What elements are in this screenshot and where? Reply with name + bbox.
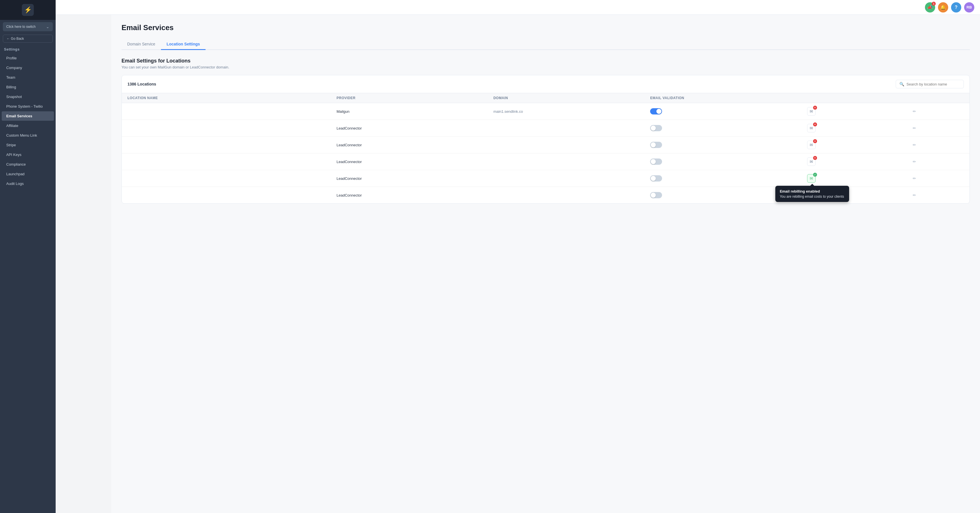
rebilling-cell: ✉✕	[807, 158, 912, 166]
edit-cell: ✏	[912, 176, 964, 181]
app-logo-icon: ⚡	[22, 4, 34, 16]
rebilling-cell: ✉✕	[807, 140, 912, 149]
rebilling-cell: ✉✓Email rebilling enabledYou are rebilli…	[807, 174, 912, 183]
sidebar-item-stripe[interactable]: Stripe	[2, 140, 54, 150]
email-rebilling-icon-wrap[interactable]: ✉✓Email rebilling enabledYou are rebilli…	[807, 174, 816, 183]
chevron-down-icon: ⌄	[46, 24, 49, 29]
sidebar-item-snapshot[interactable]: Snapshot	[2, 92, 54, 101]
email-validation-toggle[interactable]	[650, 108, 662, 115]
tooltip-desc: You are rebilling email costs to your cl…	[780, 194, 845, 199]
domain-cell: main1.sendlink.co	[493, 109, 650, 114]
tab-location[interactable]: Location Settings	[161, 39, 205, 50]
email-validation-toggle[interactable]	[650, 192, 662, 198]
table-row: Mailgunmain1.sendlink.co✉✕✏	[122, 103, 969, 120]
email-validation-toggle[interactable]	[650, 175, 662, 182]
table-row: LeadConnector✉✕✏	[122, 153, 969, 170]
provider-cell: Mailgun	[337, 109, 493, 114]
sidebar-item-billing[interactable]: Billing	[2, 82, 54, 92]
edit-button[interactable]: ✏	[912, 142, 917, 148]
sidebar-item-audit-logs[interactable]: Audit Logs	[2, 179, 54, 188]
provider-cell: LeadConnector	[337, 177, 493, 181]
switch-label: Click here to switch	[6, 25, 35, 29]
section-desc: You can set your own MailGun domain or L…	[121, 65, 970, 69]
go-back-label: ← Go Back	[6, 37, 24, 41]
sidebar-item-email[interactable]: Email Services	[2, 112, 54, 121]
email-status-badge: ✓	[813, 173, 817, 177]
email-status-badge: ✕	[813, 106, 817, 110]
sidebar-item-compliance[interactable]: Compliance	[2, 159, 54, 169]
help-icon: ?	[955, 5, 958, 10]
edit-cell: ✏	[912, 159, 964, 164]
email-rebilling-icon-wrap[interactable]: ✉✕	[807, 124, 816, 132]
table-row: LeadConnector✉✕✏	[122, 137, 969, 153]
sidebar-item-api-keys[interactable]: API Keys	[2, 150, 54, 159]
sidebar-item-launchpad[interactable]: Launchpad	[2, 169, 54, 178]
tab-domain[interactable]: Domain Service	[121, 39, 161, 50]
email-rebilling-icon-wrap[interactable]: ✉✕	[807, 158, 816, 166]
bell-icon: 🔔	[940, 5, 946, 10]
edit-button[interactable]: ✏	[912, 125, 917, 132]
edit-button[interactable]: ✏	[912, 158, 917, 165]
sidebar-item-affiliate[interactable]: Affiliate	[2, 121, 54, 131]
email-status-badge: ✕	[813, 123, 817, 126]
notification-badge: 1	[932, 2, 936, 6]
email-status-badge: ✕	[813, 139, 817, 143]
email-status-badge: ✕	[813, 156, 817, 160]
email-validation-cell	[650, 175, 807, 182]
table-row: LeadConnector✉✓Email rebilling enabledYo…	[122, 170, 969, 187]
locations-card: 1386 Locations 🔍 Location NameProviderDo…	[121, 75, 970, 204]
locations-header: 1386 Locations 🔍	[122, 75, 969, 93]
provider-cell: LeadConnector	[337, 193, 493, 198]
email-rebilling-icon-wrap[interactable]: ✉✕	[807, 107, 816, 116]
sidebar-item-team[interactable]: Team	[2, 73, 54, 82]
column-header-location-name: Location Name	[127, 96, 337, 100]
go-back-button[interactable]: ← Go Back	[3, 35, 53, 43]
bell-button[interactable]: 🔔	[938, 2, 948, 13]
column-header-email-validation: Email Validation	[650, 96, 807, 100]
search-box[interactable]: 🔍	[896, 80, 964, 88]
email-validation-toggle[interactable]	[650, 125, 662, 131]
sidebar-logo: ⚡	[0, 0, 56, 20]
edit-cell: ✏	[912, 109, 964, 114]
sidebar-item-company[interactable]: Company	[2, 63, 54, 72]
sidebar-item-profile[interactable]: Profile	[2, 53, 54, 63]
search-input[interactable]	[907, 82, 960, 86]
main-content: Email Services Domain ServiceLocation Se…	[111, 15, 980, 513]
sidebar-nav: ProfileCompanyTeamBillingSnapshotPhone S…	[0, 53, 56, 189]
edit-cell: ✏	[912, 193, 964, 198]
edit-button[interactable]: ✏	[912, 175, 917, 182]
switch-account-button[interactable]: Click here to switch ⌄	[3, 22, 53, 31]
table-row: LeadConnector✉✕✏	[122, 120, 969, 137]
tabs-bar: Domain ServiceLocation Settings	[121, 39, 970, 50]
column-header-domain: Domain	[493, 96, 650, 100]
megaphone-button[interactable]: 📣 1	[925, 2, 935, 13]
email-validation-cell	[650, 142, 807, 148]
rebilling-tooltip: Email rebilling enabledYou are rebilling…	[775, 186, 849, 202]
email-validation-cell	[650, 158, 807, 165]
email-validation-toggle[interactable]	[650, 142, 662, 148]
column-header-edit	[912, 96, 964, 100]
megaphone-icon: 📣	[927, 5, 933, 10]
sidebar: ⚡ Click here to switch ⌄ ← Go Back Setti…	[0, 0, 56, 513]
help-button[interactable]: ?	[951, 2, 961, 13]
email-validation-toggle[interactable]	[650, 158, 662, 165]
email-validation-cell	[650, 108, 807, 115]
section-title: Email Settings for Locations	[121, 58, 970, 64]
edit-cell: ✏	[912, 143, 964, 147]
sidebar-item-custom-menu[interactable]: Custom Menu Link	[2, 131, 54, 140]
locations-count: 1386 Locations	[127, 82, 156, 86]
column-header-provider: Provider	[337, 96, 493, 100]
provider-cell: LeadConnector	[337, 159, 493, 164]
settings-section-label: Settings	[0, 45, 56, 53]
email-rebilling-icon-wrap[interactable]: ✉✕	[807, 140, 816, 149]
edit-button[interactable]: ✏	[912, 108, 917, 115]
email-validation-cell	[650, 125, 807, 131]
sidebar-item-phone[interactable]: Phone System - Twilio	[2, 102, 54, 111]
table-body: Mailgunmain1.sendlink.co✉✕✏LeadConnector…	[122, 103, 969, 203]
edit-button[interactable]: ✏	[912, 192, 917, 199]
rebilling-cell: ✉✕	[807, 107, 912, 116]
provider-cell: LeadConnector	[337, 143, 493, 147]
user-avatar[interactable]: RB	[964, 2, 974, 13]
table-header: Location NameProviderDomainEmail Validat…	[122, 93, 969, 103]
page-title: Email Services	[121, 23, 970, 32]
